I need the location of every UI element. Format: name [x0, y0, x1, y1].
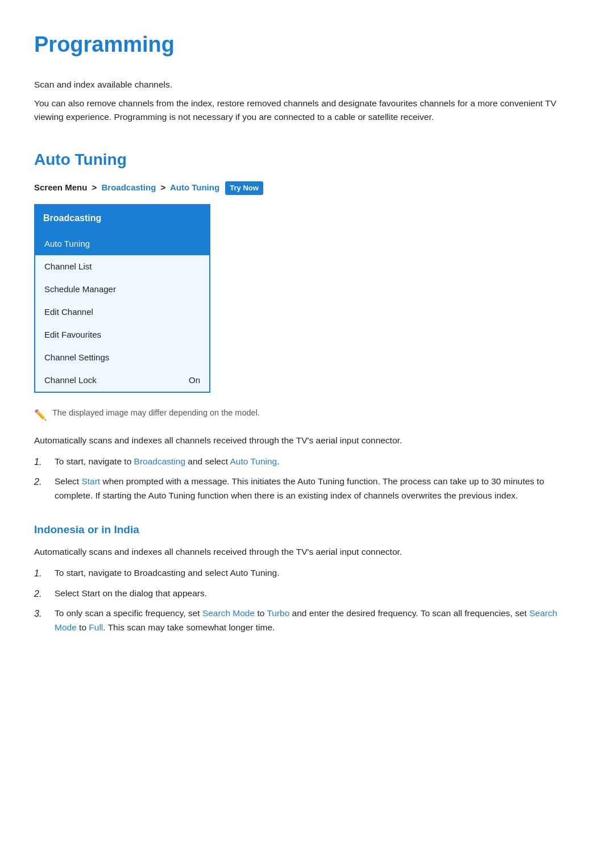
menu-item[interactable]: Auto Tuning: [35, 232, 209, 255]
india-step-2-num: 2.: [34, 587, 45, 601]
india-body-text: Automatically scans and indexes all chan…: [34, 545, 580, 559]
menu-item-value: On: [189, 373, 200, 387]
step-1-num: 1.: [34, 455, 45, 470]
link-search-mode-2[interactable]: Search Mode: [55, 608, 557, 632]
menu-item[interactable]: Schedule Manager: [35, 278, 209, 301]
auto-tuning-steps: 1. To start, navigate to Broadcasting an…: [34, 455, 580, 503]
step-2-num: 2.: [34, 475, 45, 489]
india-step-1-text: To start, navigate to Broadcasting and s…: [55, 566, 280, 580]
step-1-text: To start, navigate to Broadcasting and s…: [55, 455, 280, 469]
menu-items-list: Auto TuningChannel ListSchedule ManagerE…: [34, 232, 210, 393]
menu-item-label: Edit Favourites: [44, 328, 101, 342]
india-step-1-num: 1.: [34, 566, 45, 581]
note-row: ✏️ The displayed image may differ depend…: [34, 406, 580, 423]
breadcrumb: Screen Menu > Broadcasting > Auto Tuning…: [34, 181, 580, 195]
intro-text-1: Scan and index available channels.: [34, 78, 580, 92]
menu-item[interactable]: Channel LockOn: [35, 369, 209, 392]
menu-item-label: Schedule Manager: [44, 283, 116, 296]
india-section: Indonesia or in India Automatically scan…: [34, 521, 580, 635]
menu-item-label: Edit Channel: [44, 305, 93, 319]
menu-item-label: Channel Settings: [44, 351, 109, 364]
india-steps: 1. To start, navigate to Broadcasting an…: [34, 566, 580, 635]
india-step-3-text: To only scan a specific frequency, set S…: [55, 607, 580, 635]
link-search-mode-1[interactable]: Search Mode: [202, 608, 255, 618]
menu-item-label: Channel Lock: [44, 373, 97, 387]
try-now-badge[interactable]: Try Now: [225, 181, 263, 196]
india-step-3-num: 3.: [34, 607, 45, 621]
breadcrumb-auto-tuning[interactable]: Auto Tuning: [170, 182, 219, 192]
india-step-3: 3. To only scan a specific frequency, se…: [34, 607, 580, 635]
india-subsection-title: Indonesia or in India: [34, 521, 580, 538]
link-start[interactable]: Start: [81, 476, 100, 486]
menu-item[interactable]: Channel Settings: [35, 346, 209, 369]
menu-item-label: Auto Tuning: [44, 237, 90, 251]
intro-text-2: You can also remove channels from the in…: [34, 97, 580, 125]
auto-tuning-body: Automatically scans and indexes all chan…: [34, 434, 580, 448]
link-broadcasting[interactable]: Broadcasting: [134, 456, 185, 466]
india-step-1: 1. To start, navigate to Broadcasting an…: [34, 566, 580, 581]
link-turbo[interactable]: Turbo: [267, 608, 289, 618]
menu-item[interactable]: Edit Favourites: [35, 323, 209, 346]
step-2: 2. Select Start when prompted with a mes…: [34, 475, 580, 503]
india-step-2: 2. Select Start on the dialog that appea…: [34, 587, 580, 601]
menu-header: Broadcasting: [34, 204, 210, 232]
pencil-icon: ✏️: [34, 407, 47, 423]
step-1: 1. To start, navigate to Broadcasting an…: [34, 455, 580, 470]
page-title: Programming: [34, 27, 580, 62]
menu-item[interactable]: Edit Channel: [35, 301, 209, 323]
breadcrumb-sep1: >: [92, 182, 97, 192]
note-text: The displayed image may differ depending…: [52, 406, 260, 420]
breadcrumb-sep2: >: [161, 182, 166, 192]
menu-box: Broadcasting Auto TuningChannel ListSche…: [34, 204, 580, 393]
step-2-text: Select Start when prompted with a messag…: [55, 475, 580, 503]
menu-item-label: Channel List: [44, 260, 92, 273]
menu-item[interactable]: Channel List: [35, 255, 209, 278]
link-auto-tuning[interactable]: Auto Tuning: [230, 456, 277, 466]
auto-tuning-heading: Auto Tuning: [34, 147, 580, 173]
india-step-2-text: Select Start on the dialog that appears.: [55, 587, 207, 601]
breadcrumb-broadcasting[interactable]: Broadcasting: [101, 182, 156, 192]
breadcrumb-part1: Screen Menu: [34, 182, 87, 192]
link-full[interactable]: Full: [89, 622, 103, 632]
